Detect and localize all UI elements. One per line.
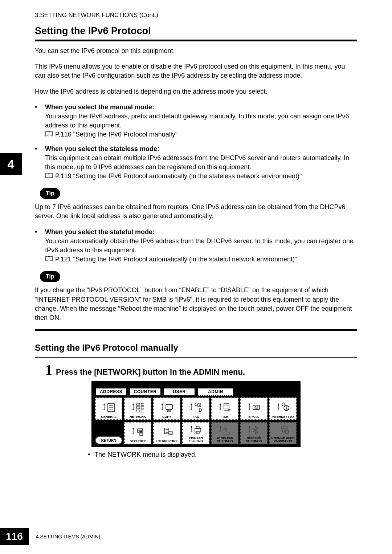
sub-bullet: • The NETWORK menu is displayed. bbox=[88, 451, 357, 459]
tip-text: Up to 7 IPv6 addresses can be obtained f… bbox=[35, 203, 357, 221]
btn-label: COPY bbox=[162, 415, 171, 419]
svg-rect-5 bbox=[141, 403, 144, 406]
tab-address[interactable]: ADDRESS bbox=[95, 388, 127, 396]
security-icon: PDF bbox=[132, 427, 144, 437]
bullet-body: You can automatically obtain the IPv6 ad… bbox=[45, 237, 354, 254]
bullet-body: This equipment can obtain multiple IPv6 … bbox=[45, 154, 349, 171]
btn-label: Bluetooth SETTINGS bbox=[246, 436, 262, 443]
chapter-header: 3.SETTING NETWORK FUNCTIONS (Cont.) bbox=[0, 0, 392, 19]
btn-label: FILE bbox=[221, 415, 228, 419]
page-reference: P.119 “Setting the IPv6 Protocol automat… bbox=[55, 172, 302, 181]
svg-text:PDF: PDF bbox=[138, 429, 143, 432]
internetfax-button[interactable]: INTERNET FAX bbox=[269, 398, 297, 420]
footer-text: 4.SETTING ITEMS (ADMIN) bbox=[36, 534, 100, 539]
paragraph: How the IPv6 address is obtained is depe… bbox=[35, 87, 357, 96]
svg-point-17 bbox=[199, 404, 200, 406]
bullet-body: You assign the IPv6 address, prefix and … bbox=[45, 113, 349, 129]
svg-rect-0 bbox=[108, 404, 114, 412]
btn-label: CHANGE USER PASSWORD bbox=[271, 436, 294, 443]
svg-point-40 bbox=[282, 430, 285, 432]
tab-counter[interactable]: COUNTER bbox=[129, 388, 161, 396]
svg-rect-4 bbox=[137, 403, 140, 406]
wireless-button[interactable]: WIRELESS SETTINGS bbox=[211, 422, 238, 444]
svg-rect-7 bbox=[141, 407, 144, 409]
general-button[interactable]: GENERAL bbox=[95, 398, 122, 420]
email-icon: @ bbox=[248, 402, 260, 413]
btn-label: PRINTER /E-FILING bbox=[189, 436, 203, 443]
thin-rule bbox=[35, 336, 357, 336]
step-number: 1 bbox=[45, 361, 52, 378]
page-reference: P.121 “Setting the IPv6 Protocol automat… bbox=[55, 255, 297, 264]
svg-rect-18 bbox=[224, 404, 229, 410]
return-button[interactable]: RETURN bbox=[95, 436, 122, 444]
bullet-head: When you select the manual mode: bbox=[45, 103, 154, 111]
rule bbox=[35, 40, 357, 41]
printer-icon bbox=[190, 425, 202, 436]
email-button[interactable]: @E-MAIL bbox=[240, 398, 268, 420]
user-icon: **** bbox=[277, 425, 289, 436]
copy-icon bbox=[161, 402, 173, 413]
network-icon bbox=[132, 402, 144, 413]
fax-button[interactable]: FAX bbox=[182, 398, 209, 420]
footer: 116 4.SETTING ITEMS (ADMIN) bbox=[0, 528, 100, 545]
step-1: 1 Press the [NETWORK] button in the ADMI… bbox=[45, 361, 357, 378]
file-button[interactable]: FILE bbox=[211, 398, 238, 420]
btn-label: E-MAIL bbox=[249, 415, 260, 419]
paragraph: You can set the IPv6 protocol on this eq… bbox=[35, 46, 357, 56]
page-number: 116 bbox=[0, 528, 29, 545]
fax-icon bbox=[190, 402, 202, 413]
btn-label: GENERAL bbox=[101, 415, 117, 419]
thin-rule bbox=[35, 357, 357, 358]
general-icon bbox=[103, 402, 115, 413]
bullet-manual-mode: • When you select the manual mode: You a… bbox=[35, 103, 357, 139]
sub-bullet-text: The NETWORK menu is displayed. bbox=[94, 451, 197, 459]
book-icon bbox=[45, 256, 53, 262]
svg-line-36 bbox=[194, 433, 196, 434]
btn-label: SECURITY bbox=[130, 440, 146, 443]
security-button[interactable]: PDFSECURITY bbox=[124, 422, 151, 444]
paragraph: This IPv6 menu allows you to enable or d… bbox=[35, 62, 357, 80]
book-icon bbox=[45, 131, 53, 137]
page-reference: P.116 “Setting the IPv6 Protocol manuall… bbox=[55, 130, 177, 139]
svg-rect-15 bbox=[167, 410, 171, 412]
bullet-head: When you select the stateful mode: bbox=[45, 228, 155, 236]
rule bbox=[35, 329, 357, 331]
wireless-icon bbox=[219, 425, 231, 436]
internetfax-icon bbox=[277, 402, 289, 413]
book-icon bbox=[45, 173, 53, 179]
svg-rect-6 bbox=[137, 407, 140, 409]
copy-button[interactable]: COPY bbox=[153, 398, 180, 420]
svg-rect-37 bbox=[224, 432, 230, 434]
bluetooth-button[interactable]: Bluetooth SETTINGS bbox=[240, 422, 268, 444]
tab-admin[interactable]: ADMIN bbox=[197, 388, 234, 396]
printer-button[interactable]: PRINTER /E-FILING bbox=[182, 422, 209, 444]
tip-badge: Tip bbox=[40, 271, 60, 282]
bullet-head: When you select the stateless mode: bbox=[45, 145, 159, 152]
tab-user[interactable]: USER bbox=[163, 388, 195, 396]
svg-rect-35 bbox=[196, 431, 199, 433]
file-icon bbox=[219, 402, 231, 413]
side-chapter-tab: 4 bbox=[0, 153, 22, 175]
network-button[interactable]: NETWORK bbox=[124, 398, 151, 420]
changepw-button[interactable]: ****CHANGE USER PASSWORD bbox=[269, 422, 297, 444]
step-instruction: Press the [NETWORK] button in the ADMIN … bbox=[56, 367, 245, 377]
bluetooth-icon bbox=[248, 425, 260, 436]
admin-touch-panel: ADDRESS COUNTER USER ADMIN GENERAL NETWO… bbox=[91, 381, 301, 447]
section-title-ipv6: Setting the IPv6 Protocol bbox=[35, 25, 357, 37]
tip-text: If you change the “IPv6 PROTOCOL” button… bbox=[35, 286, 357, 322]
btn-label: WIRELESS SETTINGS bbox=[217, 436, 233, 443]
svg-rect-8 bbox=[137, 410, 140, 412]
listreport-button[interactable]: LIST/REPORT bbox=[153, 422, 180, 444]
bullet-dot: • bbox=[35, 228, 45, 264]
svg-rect-26 bbox=[140, 433, 143, 436]
bullet-dot: • bbox=[35, 144, 45, 181]
btn-label: INTERNET FAX bbox=[271, 415, 294, 419]
svg-rect-9 bbox=[141, 410, 144, 412]
svg-rect-34 bbox=[196, 426, 199, 428]
tip-badge: Tip bbox=[40, 188, 60, 199]
btn-label: FAX bbox=[193, 415, 199, 419]
list-icon bbox=[161, 427, 173, 437]
btn-label: NETWORK bbox=[130, 415, 146, 419]
svg-text:****: **** bbox=[283, 426, 286, 428]
bullet-dot: • bbox=[35, 103, 45, 139]
